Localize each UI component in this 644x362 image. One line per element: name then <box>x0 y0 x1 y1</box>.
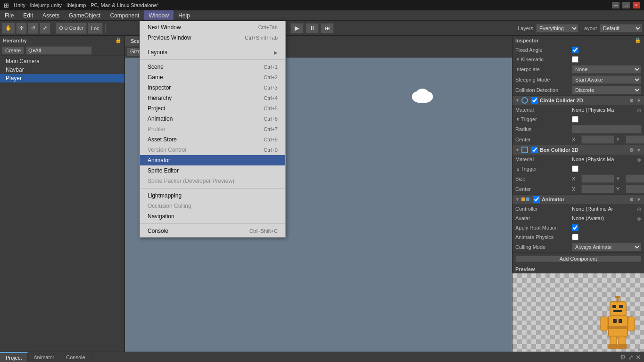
hierarchy-search-input[interactable] <box>26 46 92 55</box>
menu-help[interactable]: Help <box>173 10 195 20</box>
pause-button[interactable]: ⏸ <box>305 23 319 33</box>
menu-window[interactable]: Window <box>144 10 173 20</box>
bc-trigger-checkbox[interactable] <box>572 165 578 172</box>
bc-size-x-input[interactable]: 0.6 <box>581 174 614 183</box>
cc-material-label: Material <box>515 107 572 113</box>
interpolate-select[interactable]: None <box>572 65 641 74</box>
hierarchy-item-camera[interactable]: Main Camera <box>0 57 124 66</box>
local-button[interactable]: Loc <box>88 23 103 34</box>
window-menu-console-section: Console Ctrl+Shift+C <box>140 225 285 237</box>
menu-occlusion-culling: Occlusion Culling <box>140 201 285 211</box>
minimize-button[interactable]: — <box>612 2 619 8</box>
anim-controller-picker[interactable]: ◎ <box>637 206 641 212</box>
is-kinematic-label: Is Kinematic <box>515 57 572 62</box>
anim-culling-select[interactable]: Always Animate <box>572 243 641 251</box>
bottom-settings-icon[interactable]: ⚙ <box>620 354 626 361</box>
tab-project[interactable]: Project <box>0 352 28 362</box>
bc-size-y-input[interactable]: 1 <box>626 174 644 183</box>
menu-sprite-editor[interactable]: Sprite Editor <box>140 165 285 176</box>
menu-asset-store[interactable]: Asset Store Ctrl+9 <box>140 134 285 145</box>
menu-project[interactable]: Project Ctrl+5 <box>140 103 285 114</box>
bottom-close-icon[interactable]: ✕ <box>636 354 641 361</box>
box-collider-header[interactable]: ▼ Box Collider 2D ⚙ ▼ <box>512 145 644 155</box>
circle-collider-enable-checkbox[interactable] <box>531 97 538 104</box>
menu-assets[interactable]: Assets <box>38 10 64 20</box>
menu-next-window[interactable]: Next Window Ctrl+Tab <box>140 22 285 33</box>
anim-root-checkbox[interactable] <box>572 224 578 231</box>
cc-center-y-input[interactable]: -0.3 <box>626 135 644 144</box>
animator-settings-icon[interactable]: ⚙ <box>629 197 634 202</box>
add-component-button[interactable]: Add Component <box>515 255 641 262</box>
menu-gameobject[interactable]: GameObject <box>64 10 105 20</box>
menu-hierarchy[interactable]: Hierarchy Ctrl+4 <box>140 93 285 103</box>
menu-scene[interactable]: Scene Ctrl+1 <box>140 62 285 72</box>
svg-rect-17 <box>618 344 627 349</box>
bc-material-value: None (Physics Ma <box>572 156 637 162</box>
menu-previous-window[interactable]: Previous Window Ctrl+Shift+Tab <box>140 33 285 43</box>
menu-animator[interactable]: Animator <box>140 155 285 165</box>
tab-animator[interactable]: Animator <box>28 352 60 362</box>
cc-radius-input[interactable]: 0.6 <box>572 125 642 133</box>
inspector-panel: Inspector 🔒 Fixed Angle Is Kinematic Int… <box>512 36 644 352</box>
animator-header[interactable]: ▼ Animator ⚙ ▼ <box>512 195 644 204</box>
hierarchy-item-player[interactable]: Player <box>0 74 124 82</box>
menu-game[interactable]: Game Ctrl+2 <box>140 72 285 82</box>
collision-detection-select[interactable]: Discrete <box>572 86 641 94</box>
close-button[interactable]: ✕ <box>633 2 640 8</box>
sleeping-mode-select[interactable]: Start Awake <box>572 75 641 84</box>
circle-collider-settings-icon[interactable]: ⚙ <box>629 98 634 103</box>
inspector-header: Inspector 🔒 <box>512 36 644 45</box>
animator-enable-checkbox[interactable] <box>533 196 540 203</box>
bc-center-x-label: X <box>572 186 579 192</box>
layout-dropdown[interactable]: Default <box>600 24 642 33</box>
box-collider-settings-icon[interactable]: ⚙ <box>629 148 634 153</box>
hierarchy-list: Main Camera Navbar Player <box>0 56 124 352</box>
collision-detection-row: Collision Detection Discrete <box>512 85 644 95</box>
box-collider-enable-checkbox[interactable] <box>531 147 538 153</box>
fixed-angle-checkbox[interactable] <box>572 47 578 53</box>
cc-radius-label: Radius <box>515 126 572 132</box>
play-button[interactable]: ▶ <box>290 23 304 33</box>
menu-inspector[interactable]: Inspector Ctrl+3 <box>140 82 285 93</box>
tool-scale[interactable]: ⤢ <box>40 23 50 34</box>
anim-avatar-picker[interactable]: ◎ <box>637 216 641 221</box>
cc-center-x-input[interactable]: 0 <box>581 135 614 144</box>
hierarchy-create-button[interactable]: Create <box>2 47 24 54</box>
anim-physics-checkbox[interactable] <box>572 234 578 240</box>
bc-center-x-input[interactable]: 0.1 <box>581 185 614 193</box>
menu-file[interactable]: File <box>0 10 18 20</box>
anim-controller-label: Controller <box>515 206 572 212</box>
menu-edit[interactable]: Edit <box>18 10 38 20</box>
center-button[interactable]: ⊙ ⊙ Center <box>56 23 87 34</box>
bc-material-picker[interactable]: ◎ <box>637 157 641 162</box>
circle-collider-header[interactable]: ▼ Circle Collider 2D ⚙ ▼ <box>512 96 644 105</box>
animator-extra: ▼ <box>636 197 641 202</box>
layers-dropdown[interactable]: Everything Nothing <box>536 24 578 33</box>
hierarchy-item-navbar[interactable]: Navbar <box>0 66 124 74</box>
cc-trigger-checkbox[interactable] <box>572 116 578 123</box>
fixed-angle-label: Fixed Angle <box>515 47 572 53</box>
menu-bar: File Edit Assets GameObject Component Wi… <box>0 10 644 21</box>
menu-layouts[interactable]: Layouts ▶ <box>140 47 285 58</box>
fixed-angle-row: Fixed Angle <box>512 45 644 55</box>
circle-collider-extra: ▼ <box>636 98 641 103</box>
bottom-expand-icon[interactable]: ⤢ <box>628 354 634 361</box>
tool-hand[interactable]: ✋ <box>2 23 15 34</box>
is-kinematic-checkbox[interactable] <box>572 56 578 63</box>
tool-rotate[interactable]: ↺ <box>28 23 39 34</box>
menu-navigation[interactable]: Navigation <box>140 211 285 222</box>
step-button[interactable]: ⏭ <box>321 23 334 33</box>
bc-center-y-input[interactable]: 0.4 <box>626 185 644 193</box>
cc-material-picker[interactable]: ◎ <box>637 107 641 113</box>
menu-component[interactable]: Component <box>105 10 144 20</box>
animator-toggle-icon: ▼ <box>515 197 520 202</box>
menu-lightmapping[interactable]: Lightmapping <box>140 190 285 201</box>
menu-animation[interactable]: Animation Ctrl+6 <box>140 114 285 124</box>
menu-console[interactable]: Console Ctrl+Shift+C <box>140 226 285 236</box>
svg-rect-11 <box>609 326 627 329</box>
tool-move[interactable]: ✛ <box>16 23 27 34</box>
maximize-button[interactable]: □ <box>622 2 630 8</box>
layers-label: Layers <box>518 25 533 31</box>
window-menu-render-section: Lightmapping Occlusion Culling Navigatio… <box>140 189 285 222</box>
tab-console[interactable]: Console <box>60 352 91 362</box>
